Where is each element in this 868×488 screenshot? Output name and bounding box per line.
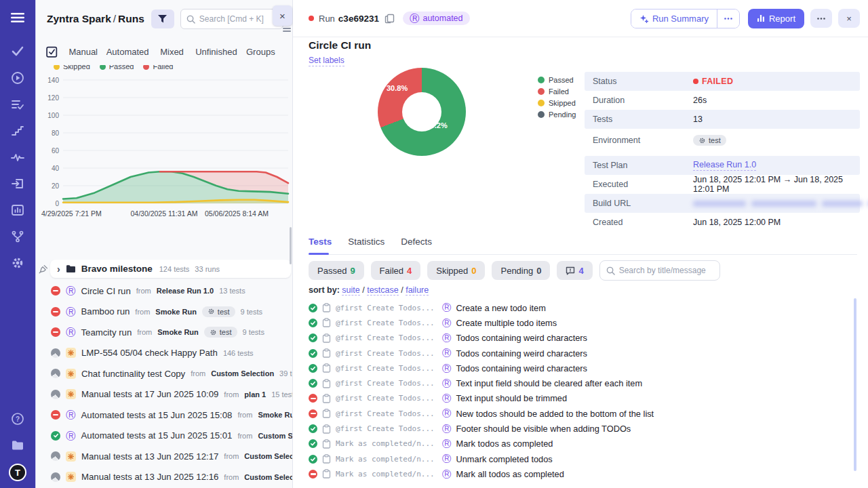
pulse-icon[interactable] bbox=[9, 149, 26, 165]
run-summary-more-button[interactable] bbox=[717, 9, 739, 28]
menu-icon[interactable] bbox=[9, 9, 26, 26]
trend-legend-item[interactable]: Skipped bbox=[54, 65, 90, 70]
projects-folder-icon[interactable] bbox=[9, 437, 26, 453]
run-summary-button[interactable]: Run Summary bbox=[631, 9, 717, 28]
test-row[interactable]: Mark as completed/n...ⓇMark todos as com… bbox=[309, 436, 848, 451]
run-row[interactable]: LMP-554 05/04 check Happy Path146 tests bbox=[36, 343, 292, 364]
test-suite: @first Create Todos... bbox=[336, 304, 437, 312]
tab-tests[interactable]: Tests bbox=[309, 237, 332, 254]
tests-search-input[interactable] bbox=[619, 266, 711, 275]
test-row[interactable]: @first Create Todos...ⓇTodos containing … bbox=[309, 361, 848, 375]
automated-badge[interactable]: Ⓡ automated bbox=[403, 12, 470, 26]
tab-automated[interactable]: Automated bbox=[105, 47, 149, 57]
copy-icon[interactable] bbox=[384, 14, 395, 24]
tasks-check-icon[interactable] bbox=[9, 43, 26, 60]
finished-status-icon bbox=[51, 390, 60, 399]
test-title: Create a new todo item bbox=[456, 303, 546, 313]
import-icon[interactable] bbox=[9, 176, 26, 192]
filter-skipped-button[interactable]: Skipped0 bbox=[427, 261, 485, 280]
group-card[interactable]: › Bravo milestone 124 tests 33 runs bbox=[50, 260, 291, 278]
run-tests-count: 39 tests bbox=[279, 369, 292, 378]
tab-statistics[interactable]: Statistics bbox=[348, 237, 384, 254]
passed-status-icon bbox=[309, 364, 317, 373]
help-icon[interactable]: ? bbox=[9, 411, 26, 427]
panel-collapse-icon[interactable] bbox=[283, 28, 291, 33]
runs-panel: Zyntra Spark/Runs × Manual Automated Mix… bbox=[35, 0, 293, 488]
donut-legend-item[interactable]: Pending bbox=[538, 110, 576, 119]
test-suite: @first Create Todos... bbox=[336, 349, 437, 358]
donut-legend-item[interactable]: Passed bbox=[538, 76, 576, 84]
tab-manual[interactable]: Manual bbox=[61, 47, 105, 57]
run-row[interactable]: Manual tests at 17 Jun 2025 10:09frompla… bbox=[36, 384, 292, 405]
run-row[interactable]: ⓇCircle CI runfromRelease Run 1.013 test… bbox=[36, 281, 292, 302]
run-row[interactable]: ⓇBamboo runfromSmoke Runtest9 tests bbox=[36, 302, 292, 323]
sort-by-suite-link[interactable]: suite bbox=[342, 285, 359, 296]
trend-legend-item[interactable]: Failed bbox=[143, 65, 173, 70]
svg-text:20: 20 bbox=[52, 182, 60, 190]
test-row[interactable]: @first Create Todos...ⓇNew todos should … bbox=[309, 406, 848, 421]
test-row[interactable]: @first Create Todos...ⓇTodos containing … bbox=[309, 331, 848, 346]
filter-passed-button[interactable]: Passed9 bbox=[309, 261, 364, 280]
tests-scrollbar[interactable] bbox=[854, 298, 856, 471]
test-row[interactable]: @first Create Todos...ⓇCreate multiple t… bbox=[309, 315, 848, 330]
run-row[interactable]: Chat functinality test CopyfromCustom Se… bbox=[36, 363, 292, 384]
milestones-stairs-icon[interactable] bbox=[9, 123, 26, 139]
runs-play-icon[interactable] bbox=[9, 70, 26, 86]
test-row[interactable]: @first Create Todos...ⓇCreate a new todo… bbox=[309, 300, 848, 315]
clipboard-icon bbox=[322, 333, 331, 343]
test-row[interactable]: @first Create Todos...ⓇTodos containing … bbox=[309, 346, 848, 361]
svg-text:60: 60 bbox=[52, 147, 60, 155]
donut-legend-item[interactable]: Failed bbox=[538, 87, 576, 96]
sort-by-testcase-link[interactable]: testcase bbox=[367, 285, 399, 296]
app-logo[interactable]: T bbox=[9, 464, 26, 481]
run-row[interactable]: ⓇAutomated tests at 15 Jun 2025 15:08fro… bbox=[36, 405, 292, 426]
run-row[interactable]: ⓇAutomated tests at 15 Jun 2025 15:01fro… bbox=[36, 426, 292, 447]
sort-by-failure-link[interactable]: failure bbox=[406, 285, 429, 296]
filter-failed-button[interactable]: Failed4 bbox=[371, 261, 421, 280]
set-labels-link[interactable]: Set labels bbox=[309, 56, 344, 66]
settings-gear-icon[interactable] bbox=[9, 255, 26, 271]
test-plan-link[interactable]: Release Run 1.0 bbox=[693, 160, 756, 171]
detail-row-executed: Executed Jun 18, 2025 12:01 PM → Jun 18,… bbox=[585, 175, 860, 194]
test-row[interactable]: Mark as completed/n...ⓇUnmark completed … bbox=[309, 451, 848, 466]
filter-button[interactable] bbox=[151, 9, 174, 28]
panel-scrollbar[interactable] bbox=[290, 227, 292, 264]
test-list-icon[interactable] bbox=[9, 96, 26, 113]
svg-text:120: 120 bbox=[47, 94, 59, 102]
legend-dot bbox=[54, 65, 60, 70]
run-tests-count: 13 tests bbox=[219, 287, 245, 295]
more-button[interactable] bbox=[810, 9, 832, 28]
tab-defects[interactable]: Defects bbox=[401, 237, 432, 254]
run-row[interactable]: ⓇTeamcity runfromSmoke Runtest9 tests bbox=[36, 322, 292, 343]
comments-filter-button[interactable]: 4 bbox=[557, 261, 592, 280]
run-row[interactable]: Manual tests at 13 Jun 2025 12:16fromCus… bbox=[36, 467, 292, 488]
tab-groups[interactable]: Groups bbox=[239, 47, 283, 57]
test-suite: Mark as completed/n... bbox=[336, 455, 437, 464]
tab-unfinished[interactable]: Unfinished bbox=[194, 47, 238, 57]
tab-mixed[interactable]: Mixed bbox=[150, 47, 194, 57]
breadcrumb-page: Runs bbox=[118, 13, 144, 24]
test-row[interactable]: @first Create Todos...ⓇText input should… bbox=[309, 391, 848, 406]
reports-icon[interactable] bbox=[9, 202, 26, 218]
report-button[interactable]: Report bbox=[748, 9, 804, 28]
run-row[interactable]: Manual tests at 13 Jun 2025 12:17fromCus… bbox=[36, 446, 292, 467]
filter-pending-button[interactable]: Pending0 bbox=[492, 261, 550, 280]
pin-icon[interactable] bbox=[39, 264, 48, 274]
trend-legend-item[interactable]: Passed bbox=[100, 65, 134, 70]
donut-legend-item[interactable]: Skipped bbox=[538, 99, 576, 107]
test-row[interactable]: @first Create Todos...ⓇText input field … bbox=[309, 375, 848, 390]
all-runs-checklist-icon[interactable] bbox=[45, 45, 58, 58]
run-name: Automated tests at 15 Jun 2025 15:01 bbox=[81, 430, 233, 441]
panel-close-button[interactable]: × bbox=[273, 5, 292, 26]
run-name: Bamboo run bbox=[81, 306, 130, 317]
breadcrumb-project[interactable]: Zyntra Spark bbox=[47, 13, 111, 24]
chevron-right-icon[interactable]: › bbox=[57, 264, 60, 274]
run-group-row[interactable]: › Bravo milestone 124 tests 33 runs bbox=[39, 260, 291, 278]
build-url-redacted[interactable] bbox=[693, 201, 868, 207]
close-run-button[interactable]: × bbox=[838, 9, 860, 28]
test-row[interactable]: Mark as completed/n...ⓇMark all todos as… bbox=[309, 466, 848, 481]
branches-icon[interactable] bbox=[9, 228, 26, 245]
test-row[interactable]: @first Create Todos...ⓇFooter should be … bbox=[309, 421, 848, 436]
runs-search-input[interactable] bbox=[199, 14, 274, 24]
environment-badge[interactable]: test bbox=[693, 135, 726, 146]
